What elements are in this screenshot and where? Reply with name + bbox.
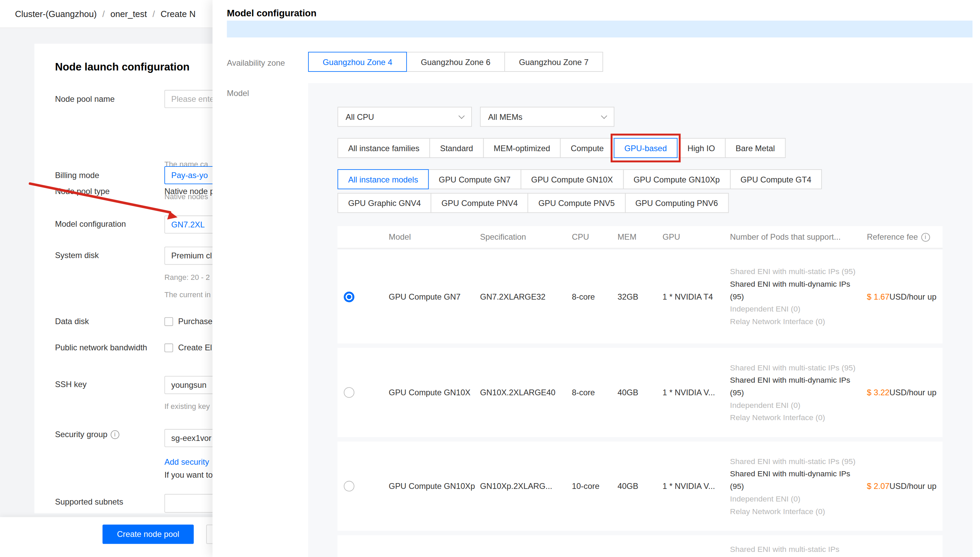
cell-model: GPU Compute GN10X [389,388,480,397]
table-header-cpu: CPU [572,232,617,242]
model-tab-pnv5[interactable]: GPU Compute PNV5 [528,193,625,213]
family-tab-mem-optimized[interactable]: MEM-optimized [483,138,561,158]
ssh-key-help: If existing key [164,402,209,411]
billing-mode-help: Native nodes [164,192,208,201]
fee-suffix: USD/hour up [889,292,936,301]
family-tab-bare-metal[interactable]: Bare Metal [725,138,786,158]
pods-line: Shared ENI with multi-static IPs (95) [730,455,861,467]
instance-family-tabs: All instance families Standard MEM-optim… [337,138,785,158]
cell-cpu: 10-core [572,481,617,491]
model-configuration-label: Model configuration [55,219,126,229]
model-tab-gn7[interactable]: GPU Compute GN7 [428,169,521,189]
pods-line: Shared ENI with multi-static IPs (95) [730,265,861,278]
pods-line: Relay Network Interface (0) [730,315,861,328]
zone-tab-guangzhou-6[interactable]: Guangzhou Zone 6 [406,52,505,72]
table-header-fee-label: Reference fee [867,232,918,242]
model-tab-gt4[interactable]: GPU Compute GT4 [730,169,822,189]
family-tab-gpu-based[interactable]: GPU-based [614,138,678,158]
cell-model: GPU Compute GN7 [389,292,480,301]
table-row[interactable]: Shared ENI with multi-static IPs [337,535,942,557]
table-header-spec: Specification [480,232,572,242]
screen: Cluster-(Guangzhou) / oner_test / Create… [0,0,980,557]
table-header-row: Model Specification CPU MEM GPU Number o… [337,226,942,249]
add-security-group-link[interactable]: Add security [164,457,209,467]
cell-pods: Shared ENI with multi-static IPs [730,543,867,556]
row-radio[interactable] [344,387,354,397]
pods-line: Shared ENI with multi-dynamic IPs (95) [730,467,861,492]
ssh-key-label: SSH key [55,379,87,389]
availability-zone-tabs: Guangzhou Zone 4 Guangzhou Zone 6 Guangz… [308,52,603,72]
model-tab-gnv4[interactable]: GPU Graphic GNV4 [337,193,431,213]
family-tab-gpu-based-label: GPU-based [624,143,667,153]
model-filter-panel: All CPU All MEMs All instance families S… [308,83,972,557]
chevron-down-icon [458,112,464,119]
availability-zone-label: Availability zone [227,58,285,68]
zone-tab-guangzhou-4[interactable]: Guangzhou Zone 4 [308,52,407,72]
pods-line: Relay Network Interface (0) [730,411,861,424]
model-tab-pnv6[interactable]: GPU Computing PNV6 [625,193,728,213]
zone-tab-guangzhou-7[interactable]: Guangzhou Zone 7 [504,52,603,72]
cpu-filter-select[interactable]: All CPU [337,107,472,127]
table-row[interactable]: GPU Compute GN10X GN10X.2XLARGE40 8-core… [337,348,942,437]
public-bandwidth-label: Public network bandwidth [55,343,147,352]
mem-filter-select[interactable]: All MEMs [480,107,614,127]
model-tab-all[interactable]: All instance models [337,169,429,189]
data-disk-checkbox[interactable] [164,317,173,326]
cpu-filter-value: All CPU [346,112,374,122]
family-tab-high-io[interactable]: High IO [677,138,725,158]
node-pool-name-label: Node pool name [55,94,114,104]
table-header-model: Model [389,232,480,242]
drawer-title: Model configuration [227,8,317,18]
family-tab-standard[interactable]: Standard [430,138,483,158]
model-config-drawer: Model configuration Availability zone Gu… [212,0,980,557]
breadcrumb-item-create: Create N [160,9,196,19]
model-section-label: Model [227,88,249,98]
mem-filter-value: All MEMs [488,112,523,122]
security-group-help: If you want to [164,470,212,480]
table-row[interactable]: GPU Compute GN10Xp GN10Xp.2XLARG... 10-c… [337,441,942,531]
model-tab-gn10xp[interactable]: GPU Compute GN10Xp [623,169,730,189]
instance-model-tabs-row1: All instance models GPU Compute GN7 GPU … [337,169,821,189]
table-header-pods: Number of Pods that support... [730,232,867,242]
info-icon: i [110,430,119,439]
table-row[interactable]: GPU Compute GN7 GN7.2XLARGE32 8-core 32G… [337,250,942,344]
node-pool-type-label: Node pool type [55,187,109,196]
security-group-label: Security group i [55,430,119,439]
fee-amount: $ 3.22 [867,388,889,397]
cell-mem: 32GB [617,292,662,301]
table-header-fee: Reference fee i [867,232,942,242]
cell-gpu: 1 * NVIDIA V... [662,481,730,491]
pods-line: Independent ENI (0) [730,492,861,505]
family-tab-all[interactable]: All instance families [337,138,430,158]
cell-gpu: 1 * NVIDIA V... [662,388,730,397]
row-radio[interactable] [344,481,354,491]
breadcrumb-separator: / [102,9,105,19]
cell-pods: Shared ENI with multi-static IPs (95) Sh… [730,455,867,517]
cell-fee: $ 3.22USD/hour up [867,388,942,397]
cell-cpu: 8-core [572,292,617,301]
info-icon[interactable]: i [921,233,930,241]
system-disk-label: System disk [55,251,99,260]
data-disk-checkbox-label[interactable]: Purchase [178,317,212,326]
cell-fee: $ 2.07USD/hour up [867,481,942,491]
pods-line: Relay Network Interface (0) [730,505,861,518]
create-node-pool-button[interactable]: Create node pool [103,524,194,544]
cell-gpu: 1 * NVIDIA T4 [662,292,730,301]
row-radio-selected[interactable] [344,292,354,302]
pods-line: Shared ENI with multi-dynamic IPs (95) [730,278,861,303]
family-tab-compute[interactable]: Compute [560,138,614,158]
model-table: Model Specification CPU MEM GPU Number o… [337,226,942,557]
public-bandwidth-checkbox-label[interactable]: Create El [178,343,212,352]
breadcrumb-item-nodepool[interactable]: oner_test [110,9,147,19]
breadcrumb-item-cluster[interactable]: Cluster-(Guangzhou) [15,9,97,19]
cell-spec: GN10Xp.2XLARG... [480,481,572,491]
cell-cpu: 8-core [572,388,617,397]
model-tab-gn10x[interactable]: GPU Compute GN10X [521,169,624,189]
cell-mem: 40GB [617,481,662,491]
cell-pods: Shared ENI with multi-static IPs (95) Sh… [730,361,867,423]
public-bandwidth-checkbox[interactable] [164,344,173,352]
model-tab-pnv4[interactable]: GPU Compute PNV4 [431,193,528,213]
supported-subnets-label: Supported subnets [55,497,123,507]
data-disk-label: Data disk [55,317,88,326]
fee-amount: $ 2.07 [867,481,889,491]
